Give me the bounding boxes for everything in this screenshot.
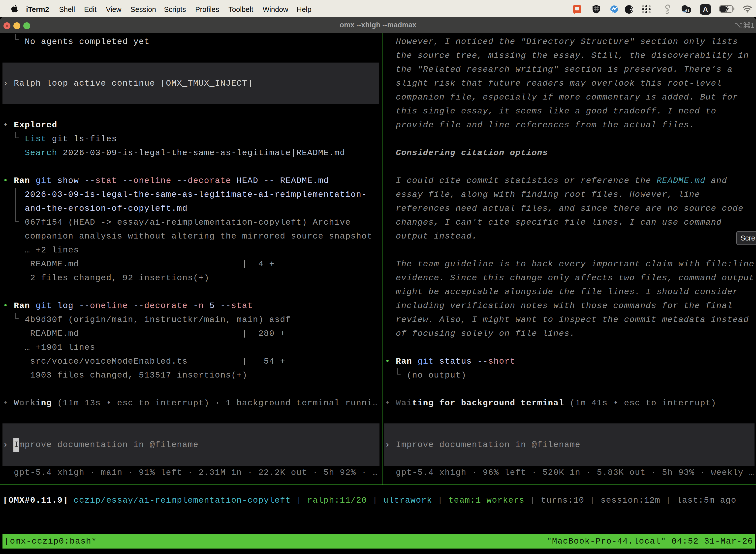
svg-text:..61: ..61 [683, 8, 689, 13]
svg-text:1: 1 [751, 22, 754, 29]
